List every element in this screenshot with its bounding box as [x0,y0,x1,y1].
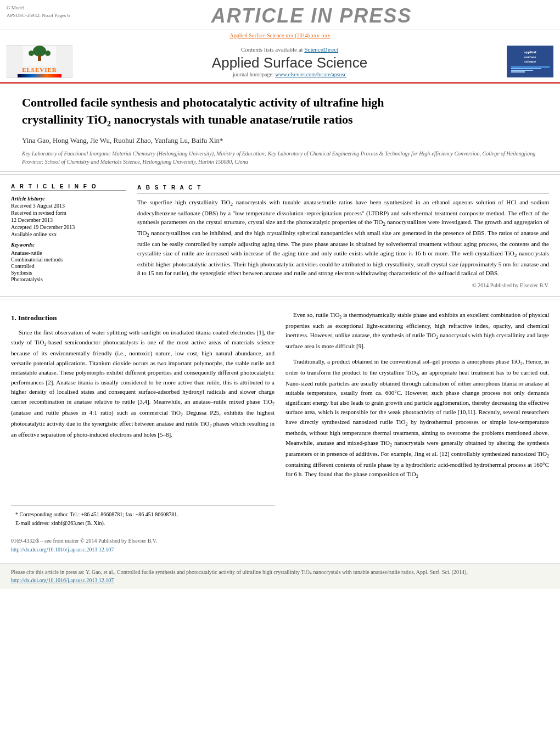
elsevier-color-bar [18,74,61,77]
svg-point-4 [45,51,51,56]
journal-header: ELSEVIER Contents lists available at Sci… [0,41,560,83]
article-in-press-banner: ARTICLE IN PRESS [70,4,553,27]
received-value: Received 3 August 2013 [11,203,65,209]
copyright-text: © 2014 Published by Elsevier B.V. [137,281,549,289]
elsevier-tree-icon [23,46,56,66]
keyword-5: Photocatalysis [11,276,126,282]
intro-para-2: Even so, rutile TiO2 is thermodynamicall… [285,310,549,352]
available-row: Available online xxx [11,231,126,237]
homepage-url[interactable]: www.elsevier.com/locate/apsusc [275,71,346,77]
logo-title-surface: surface [524,55,536,59]
abstract-divider [0,299,560,299]
intro-right-col: Even so, rutile TiO2 is thermodynamicall… [285,310,549,555]
keyword-3: Controlled [11,263,126,269]
article-in-press-text: ARTICLE IN PRESS [70,4,553,27]
journal-link-bar: Applied Surface Science xxx (2014) xxx–x… [0,30,560,41]
abstract-text: The superfine high crystallinity TiO2 na… [137,198,549,278]
intro-section-title: 1. Introduction [11,313,275,324]
doi-link-footnote[interactable]: http://dx.doi.org/10.1016/j.apsusc.2013.… [11,546,114,553]
footnote-email-line: E-mail address: xinbf@263.net (B. Xin). [15,519,270,528]
article-info-col: A R T I C L E I N F O Article history: R… [11,183,126,289]
keyword-1: Anatase-rutile [11,250,126,256]
intro-para-1: Since the first observation of water spl… [11,328,275,439]
issn-line: 0169-4332/$ – see front matter © 2014 Pu… [11,537,275,554]
intro-para-3: Traditionally, a product obtained in the… [285,357,549,481]
keyword-4: Synthesis [11,270,126,276]
journal-link[interactable]: Applied Surface Science xxx (2014) xxx–x… [229,32,330,38]
logo-lines [511,66,550,73]
revised-label: Received in revised form [11,210,66,216]
svg-point-1 [33,46,46,57]
title-divider [0,174,560,175]
available-value: Available online xxx [11,231,57,237]
received-row: Received 3 August 2013 [11,203,126,209]
apsusc-label: APSUSC-26932; No.of Pages 6 [7,12,70,20]
footnote-star-line: * Corresponding author. Tel.: +86 451 86… [15,510,270,519]
journal-title-block: Contents lists available at ScienceDirec… [72,46,507,77]
revised-date: 12 December 2013 [11,217,53,223]
citation-doi-link[interactable]: http://dx.doi.org/10.1016/j.apsusc.2013.… [11,577,114,583]
g-model-label: G Model [7,4,70,12]
elsevier-wordmark: ELSEVIER [22,66,57,73]
keywords-label: Keywords: [11,242,126,248]
abstract-col: A B S T R A C T The superfine high cryst… [137,183,549,289]
svg-point-3 [29,51,34,56]
affiliation: Key Laboratory of Functional Inorganic M… [22,149,538,166]
journal-name: Applied Surface Science [72,54,507,71]
citation-text: Please cite this article in press as: Y.… [11,569,468,575]
keyword-2: Combinatorial methods [11,256,126,263]
article-title: Controlled facile synthesis and photocat… [22,94,538,130]
intro-left-col: 1. Introduction Since the first observat… [11,310,275,555]
svg-rect-2 [38,55,41,61]
abstract-header: A B S T R A C T [137,183,549,193]
main-content: 1. Introduction Since the first observat… [0,302,560,564]
contents-available-text: Contents lists available at ScienceDirec… [72,46,507,53]
sciencedirect-link[interactable]: ScienceDirect [304,46,338,53]
article-info-header: A R T I C L E I N F O [11,183,126,191]
authors: Yina Gao, Hong Wang, Jie Wu, Ruohui Zhao… [22,136,538,145]
elsevier-logo: ELSEVIER [7,45,72,78]
top-header: G Model APSUSC-26932; No.of Pages 6 ARTI… [0,0,560,30]
revised-date-row: 12 December 2013 [11,217,126,223]
history-label: Article history: [11,196,45,202]
logo-title-science: science [524,59,536,64]
history-row: Article history: [11,196,126,202]
article-title-section: Controlled facile synthesis and photocat… [0,83,560,172]
accepted-value: Accepted 19 December 2013 [11,224,75,230]
model-info: G Model APSUSC-26932; No.of Pages 6 [7,4,70,19]
logo-title-applied: applied [524,50,536,54]
footnote-email-link[interactable]: xinbf@263.net [51,520,84,526]
accepted-row: Accepted 19 December 2013 [11,224,126,230]
applied-surface-science-logo: applied surface science [507,46,553,77]
info-abstract-section: A R T I C L E I N F O Article history: R… [0,177,560,297]
journal-homepage: journal homepage: www.elsevier.com/locat… [72,71,507,77]
revised-label-row: Received in revised form [11,210,126,216]
footnote-block: * Corresponding author. Tel.: +86 451 86… [11,505,275,532]
citation-bar: Please cite this article in press as: Y.… [0,563,560,589]
